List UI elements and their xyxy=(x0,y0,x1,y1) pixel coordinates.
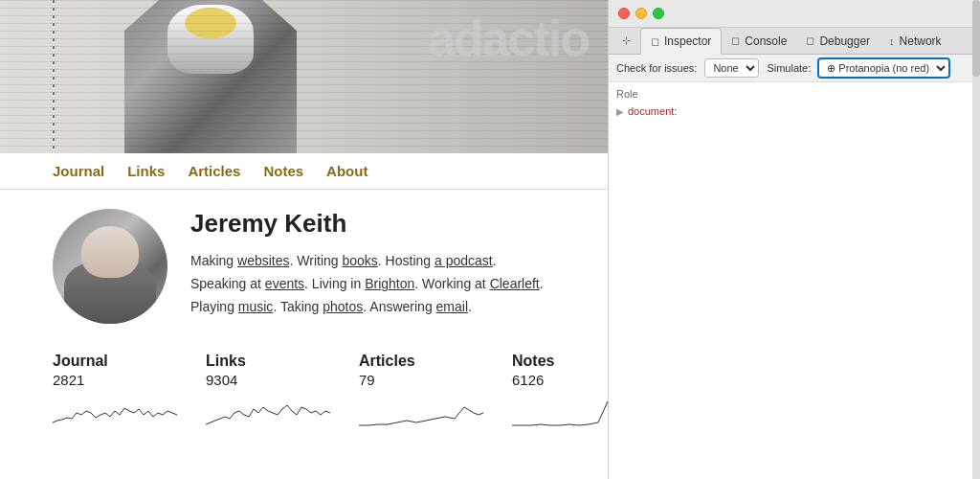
stat-notes-sparkline xyxy=(512,394,608,427)
role-label: Role xyxy=(616,88,972,100)
tree-node-document: document: xyxy=(628,105,677,117)
nav-journal[interactable]: Journal xyxy=(53,163,104,179)
traffic-light-close[interactable] xyxy=(618,8,630,19)
tab-picker[interactable]: ⊹ xyxy=(612,28,640,54)
bio-link-books[interactable]: books xyxy=(342,253,377,268)
traffic-light-minimize[interactable] xyxy=(635,8,647,19)
traffic-light-zoom[interactable] xyxy=(653,8,664,19)
check-issues-select[interactable]: None xyxy=(704,58,759,78)
tab-debugger-label: Debugger xyxy=(819,34,870,48)
simulate-label: Simulate: xyxy=(767,62,811,74)
bio-link-brighton[interactable]: Brighton xyxy=(365,276,414,291)
stat-articles-label: Articles xyxy=(359,353,512,370)
nav-notes[interactable]: Notes xyxy=(263,163,303,179)
stat-links-sparkline xyxy=(206,394,330,427)
bio-link-websites[interactable]: websites xyxy=(237,253,289,268)
tab-console[interactable]: ◻ Console xyxy=(722,28,796,54)
profile-bio: Making websites. Writing books. Hosting … xyxy=(190,250,544,318)
bio-link-clearleft[interactable]: Clearleft xyxy=(490,276,540,291)
devtools-toolbar: Check for issues: None Simulate: ⊕ Prota… xyxy=(609,55,980,82)
bio-link-events[interactable]: events xyxy=(265,276,304,291)
devtools-content: Role ▶ document: xyxy=(609,82,980,479)
tab-debugger[interactable]: ◻ Debugger xyxy=(796,28,880,54)
nav-about[interactable]: About xyxy=(326,163,368,179)
profile-section: Jeremy Keith Making websites. Writing bo… xyxy=(0,190,608,343)
scrollbar-thumb[interactable] xyxy=(972,0,980,77)
nav-links[interactable]: Links xyxy=(127,163,165,179)
stat-links-label: Links xyxy=(206,353,359,370)
site-nav: Journal Links Articles Notes About xyxy=(0,153,608,190)
tab-inspector[interactable]: ◻ Inspector xyxy=(640,28,722,55)
profile-name: Jeremy Keith xyxy=(190,209,544,239)
profile-info: Jeremy Keith Making websites. Writing bo… xyxy=(190,209,544,318)
debugger-icon: ◻ xyxy=(806,34,814,47)
tab-network-label: Network xyxy=(900,34,942,48)
stat-journal-count: 2821 xyxy=(53,372,206,388)
bio-link-email[interactable]: email xyxy=(436,299,468,314)
tab-inspector-label: Inspector xyxy=(664,34,711,48)
stat-notes-label: Notes xyxy=(512,353,608,370)
picker-icon: ⊹ xyxy=(622,34,631,47)
scrollbar-track xyxy=(972,0,980,479)
stat-links: Links 9304 xyxy=(206,353,359,431)
site-title: adactio xyxy=(428,10,589,67)
simulate-select[interactable]: ⊕ Protanopia (no red) xyxy=(818,58,949,78)
tree-arrow-icon: ▶ xyxy=(616,106,624,117)
site-header: adactio xyxy=(0,0,608,153)
stat-journal-label: Journal xyxy=(53,353,206,370)
stat-articles-count: 79 xyxy=(359,372,512,388)
stat-links-count: 9304 xyxy=(206,372,359,388)
tab-network[interactable]: ↕ Network xyxy=(880,28,951,54)
tab-console-label: Console xyxy=(745,34,787,48)
stat-notes-count: 6126 xyxy=(512,372,608,388)
avatar xyxy=(53,209,167,324)
stat-articles-sparkline xyxy=(359,394,483,427)
network-icon: ↕ xyxy=(889,35,895,47)
console-icon: ◻ xyxy=(731,34,740,47)
stat-journal-sparkline xyxy=(53,394,177,427)
bio-link-music[interactable]: music xyxy=(238,299,274,314)
inspector-icon: ◻ xyxy=(651,35,659,48)
devtools-tabs: ⊹ ◻ Inspector ◻ Console ◻ Debugger ↕ Net… xyxy=(609,28,980,55)
devtools-titlebar xyxy=(609,0,980,28)
bio-link-podcast[interactable]: a podcast xyxy=(434,253,493,268)
stat-articles: Articles 79 xyxy=(359,353,512,431)
check-issues-label: Check for issues: xyxy=(616,62,697,74)
devtools-panel: ⊹ ◻ Inspector ◻ Console ◻ Debugger ↕ Net… xyxy=(608,0,980,479)
tree-item-document[interactable]: ▶ document: xyxy=(616,103,972,119)
main-site: adactio Journal Links Articles Notes Abo… xyxy=(0,0,608,479)
nav-articles[interactable]: Articles xyxy=(188,163,240,179)
stat-journal: Journal 2821 xyxy=(53,353,206,431)
stat-notes: Notes 6126 xyxy=(512,353,608,431)
stats-section: Journal 2821 Links 9304 Articles 79 Note… xyxy=(0,343,608,431)
bio-link-photos[interactable]: photos xyxy=(323,299,363,314)
